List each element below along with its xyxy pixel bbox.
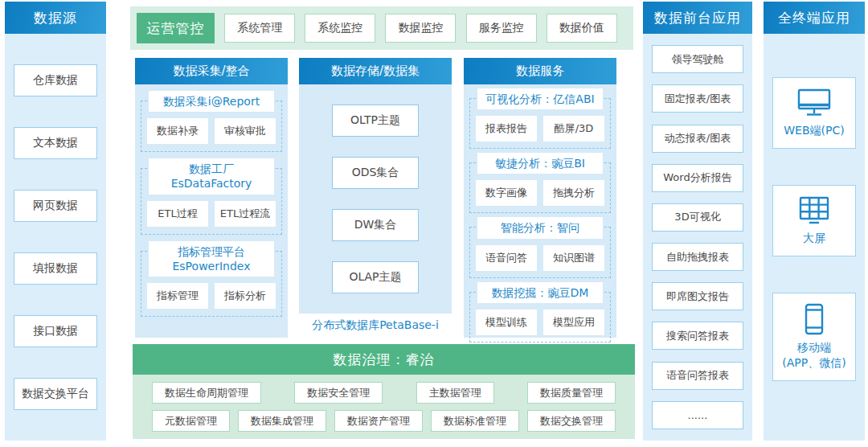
ops-items: 系统管理系统监控数据监控服务监控数据价值 [215,14,627,43]
storage-items: OLTP主题ODS集合DW集合OLAP主题 [299,84,452,314]
product-group-title: 数据采集i@Report [149,91,274,112]
smartphone-icon [796,303,833,335]
data-source-item: 数据交换平台 [14,378,97,410]
data-sources-header: 数据源 [5,2,106,34]
storage-item: OLTP主题 [332,105,419,137]
ops-item: 数据监控 [385,14,456,43]
product-group-item: ETL过程 [147,201,208,227]
grid-screen-icon [796,195,833,226]
ops-item: 系统管理 [224,14,295,43]
product-group-title: 数据工厂 EsDataFactory [149,158,274,194]
frontend-app-item: 语音问答报表 [652,362,743,390]
petabase-footer: 分布式数据库PetaBase-i [299,314,452,338]
governance-panel: 数据治理：睿治 数据生命周期管理数据安全管理主数据管理数据质量管理 元数据管理数… [133,344,635,439]
column-service-header: 数据服务 [464,58,616,84]
product-group: 数据工厂 EsDataFactory ETL过程ETL过程流 [141,168,282,234]
governance-item: 数据资产管理 [334,410,423,432]
product-group-item: 模型应用 [543,310,604,335]
product-group-title: 智能分析：智问 [477,217,603,238]
product-group-item: 拖拽分析 [543,180,604,206]
ops-item: 数据价值 [547,14,617,43]
product-group-item: 审核审批 [215,118,276,144]
column-storage-body: OLTP主题ODS集合DW集合OLAP主题 分布式数据库PetaBase-i [299,84,452,338]
product-group-items: ETL过程ETL过程流 [147,201,276,227]
product-group-item: ETL过程流 [215,201,276,227]
data-source-item: 填报数据 [14,252,97,285]
frontend-apps-list: 领导驾驶舱固定报表/图表动态报表/图表Word分析报告3D可视化自助拖拽报表即席… [643,34,752,441]
product-group-item: 知识图谱 [543,245,604,271]
terminal-mobile: 移动端 (APP、微信) [772,293,856,381]
product-group-items: 报表报告酷屏/3D [476,116,604,141]
product-group-items: 数据补录审核审批 [147,118,276,144]
frontend-apps-header: 数据前台应用 [643,2,752,34]
frontend-app-item: 动态报表/图表 [652,125,743,153]
product-group-items: 指标管理指标分析 [147,283,276,309]
product-group: 敏捷分析：豌豆BI 数字画像拖拽分析 [469,162,611,213]
frontend-app-item: 领导驾驶舱 [652,45,743,73]
governance-item: 数据交换管理 [527,410,616,432]
governance-item: 数据标准管理 [431,410,519,432]
product-group-items: 语音问答知识图谱 [476,245,604,271]
governance-item: 元数据管理 [152,410,230,432]
column-collect: 数据采集/整合 数据采集i@Report 数据补录审核审批 数据工厂 [135,58,288,338]
frontend-app-item: Word分析报告 [652,164,743,192]
product-group-item: 酷屏/3D [543,116,604,141]
governance-row-2: 元数据管理数据集成管理数据资产管理数据标准管理数据交换管理 [152,410,616,432]
frontend-app-item: 3D可视化 [652,203,743,232]
column-storage: 数据存储/数据集 OLTP主题ODS集合DW集合OLAP主题 分布式数据库Pet… [299,58,452,338]
product-group: 智能分析：智问 语音问答知识图谱 [469,227,611,277]
monitor-icon [796,88,833,118]
column-collect-header: 数据采集/整合 [135,58,288,84]
storage-item: DW集合 [332,209,419,241]
governance-item: 主数据管理 [416,382,494,404]
column-collect-body: 数据采集i@Report 数据补录审核审批 数据工厂 EsDataFactory [135,100,288,354]
product-group-title: 可视化分析：亿信ABI [477,88,603,109]
data-source-item: 网页数据 [14,190,97,222]
product-group: 数据采集i@Report 数据补录审核审批 [141,100,282,152]
frontend-app-item: 固定报表/图表 [652,84,743,113]
product-group-item: 数据补录 [147,118,208,144]
product-group-item: 数字画像 [476,180,537,206]
storage-item: OLAP主题 [332,261,419,293]
frontend-app-item: ...... [652,401,743,429]
column-storage-header: 数据存储/数据集 [299,58,452,84]
ops-primary-label: 运营管控 [137,13,215,43]
ops-item: 服务监控 [466,14,537,43]
terminal-bigscreen: 大屏 [772,185,856,256]
frontend-app-item: 即席图文报告 [652,282,743,310]
ops-item: 系统监控 [305,14,375,43]
frontend-apps-panel: 数据前台应用 领导驾驶舱固定报表/图表动态报表/图表Word分析报告3D可视化自… [643,2,752,441]
governance-item: 数据安全管理 [294,382,383,404]
product-group: 可视化分析：亿信ABI 报表报告酷屏/3D [469,98,611,149]
governance-row-1: 数据生命周期管理数据安全管理主数据管理数据质量管理 [152,382,616,404]
governance-header: 数据治理：睿治 [133,344,635,375]
architecture-diagram: 数据源 仓库数据文本数据网页数据填报数据接口数据数据交换平台 运营管控 系统管理… [0,0,868,447]
frontend-app-item: 搜索问答报表 [652,322,743,350]
governance-item: 数据质量管理 [527,382,616,404]
terminal-label: WEB端(PC) [784,123,844,138]
data-source-item: 文本数据 [14,127,97,159]
data-source-item: 仓库数据 [14,64,97,96]
column-service-body: 可视化分析：亿信ABI 报表报告酷屏/3D 敏捷分析：豌豆BI 数字画像 [464,98,616,351]
ops-bar: 运营管控 系统管理系统监控数据监控服务监控数据价值 [130,6,633,50]
terminals-panel: 全终端应用 WEB端(PC) [764,2,865,441]
product-group-item: 指标管理 [147,283,208,309]
terminal-label: 移动端 (APP、微信) [782,340,845,371]
data-sources-panel: 数据源 仓库数据文本数据网页数据填报数据接口数据数据交换平台 [5,2,106,441]
data-sources-list: 仓库数据文本数据网页数据填报数据接口数据数据交换平台 [5,34,106,441]
terminals-list: WEB端(PC) 大屏 [764,34,865,381]
column-service: 数据服务 可视化分析：亿信ABI 报表报告酷屏/3D 敏捷分析：豌豆BI [464,58,616,338]
storage-item: ODS集合 [332,157,419,189]
data-source-item: 接口数据 [14,315,97,347]
governance-item: 数据集成管理 [238,410,326,432]
product-group-items: 模型训练模型应用 [476,310,604,335]
terminals-header: 全终端应用 [764,2,865,34]
product-group-item: 模型训练 [476,310,537,335]
product-group-title: 指标管理平台 EsPowerIndex [149,241,274,277]
product-group-item: 报表报告 [476,116,537,141]
product-group-title: 敏捷分析：豌豆BI [477,153,603,174]
product-group-title: 数据挖掘：豌豆DM [477,282,603,303]
terminal-web: WEB端(PC) [772,77,856,149]
product-group-item: 语音问答 [476,245,537,271]
product-group: 指标管理平台 EsPowerIndex 指标管理指标分析 [141,251,282,317]
